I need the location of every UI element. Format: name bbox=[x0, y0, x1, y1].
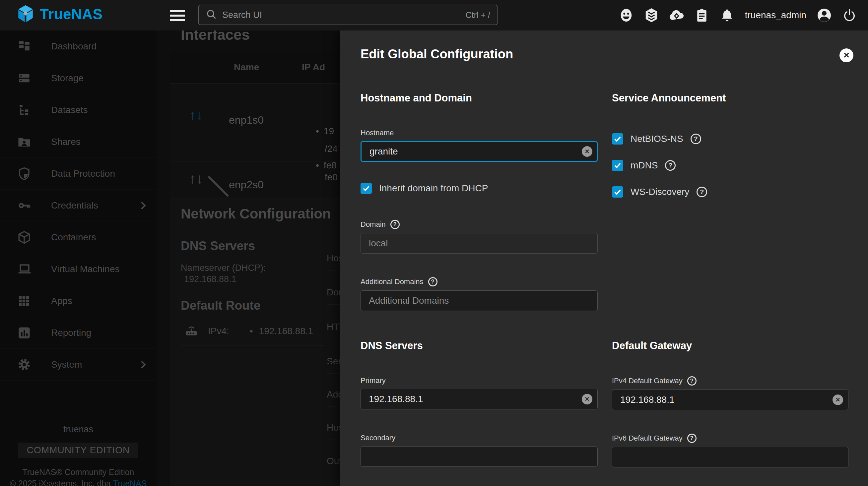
checkbox-checked-icon bbox=[612, 133, 623, 144]
primary-dns-field: Primary bbox=[361, 376, 598, 410]
clear-hostname-icon[interactable] bbox=[582, 146, 592, 157]
ipv4-gateway-field: IPv4 Default Gateway bbox=[612, 376, 848, 410]
feedback-icon[interactable] bbox=[618, 7, 635, 24]
section-default-gateway-title: Default Gateway bbox=[612, 340, 692, 352]
checkbox-checked-icon bbox=[361, 183, 372, 194]
section-hostname-domain-title: Hostname and Domain bbox=[361, 92, 472, 104]
truenas-app: TrueNAS Ctrl + / bbox=[0, 0, 868, 486]
close-icon[interactable] bbox=[839, 48, 854, 62]
search-icon bbox=[206, 9, 217, 21]
ipv6-gateway-field: IPv6 Default Gateway bbox=[612, 433, 848, 467]
primary-dns-input[interactable] bbox=[361, 389, 598, 410]
ipv6-gateway-label: IPv6 Default Gateway bbox=[612, 434, 683, 443]
netbios-checkbox[interactable]: NetBIOS-NS bbox=[612, 133, 701, 144]
help-icon[interactable] bbox=[690, 134, 701, 144]
additional-domains-input[interactable] bbox=[361, 290, 598, 311]
help-icon[interactable] bbox=[696, 187, 707, 197]
checkbox-checked-icon bbox=[612, 160, 623, 171]
help-icon[interactable] bbox=[687, 433, 696, 443]
account-icon[interactable] bbox=[815, 7, 833, 24]
inherit-domain-label: Inherit domain from DHCP bbox=[379, 183, 488, 194]
hostname-field: Hostname bbox=[361, 129, 598, 162]
search-shortcut-hint: Ctrl + / bbox=[466, 10, 490, 20]
search-input[interactable] bbox=[222, 10, 466, 20]
ws-discovery-checkbox[interactable]: WS-Discovery bbox=[612, 186, 707, 198]
truenas-logo-text: TrueNAS bbox=[40, 6, 102, 23]
primary-dns-label: Primary bbox=[361, 376, 386, 385]
hostname-input[interactable] bbox=[361, 141, 598, 162]
domain-input bbox=[361, 233, 598, 254]
secondary-dns-input[interactable] bbox=[361, 446, 598, 467]
truenas-logo-icon bbox=[16, 4, 35, 25]
username-label: truenas_admin bbox=[745, 10, 806, 21]
power-icon[interactable] bbox=[841, 7, 858, 24]
search-bar[interactable]: Ctrl + / bbox=[198, 5, 497, 25]
checkbox-checked-icon bbox=[612, 186, 623, 198]
panel-header: Edit Global Configuration bbox=[340, 31, 868, 80]
clear-ipv4-gateway-icon[interactable] bbox=[833, 394, 843, 405]
help-icon[interactable] bbox=[428, 277, 437, 286]
alerts-bell-icon[interactable] bbox=[718, 7, 736, 24]
ipv4-gateway-label: IPv4 Default Gateway bbox=[612, 377, 683, 385]
additional-domains-label: Additional Domains bbox=[361, 278, 424, 286]
domain-field: Domain bbox=[361, 220, 598, 254]
clear-primary-dns-icon[interactable] bbox=[582, 394, 592, 404]
domain-label: Domain bbox=[361, 220, 386, 229]
inherit-domain-checkbox[interactable]: Inherit domain from DHCP bbox=[361, 183, 488, 194]
help-icon[interactable] bbox=[687, 376, 696, 386]
jobs-clipboard-icon[interactable] bbox=[693, 7, 710, 24]
hostname-label: Hostname bbox=[361, 129, 394, 137]
topbar: TrueNAS Ctrl + / bbox=[0, 0, 868, 31]
cloud-connect-icon[interactable] bbox=[668, 7, 685, 24]
panel-title: Edit Global Configuration bbox=[361, 47, 513, 61]
mdns-checkbox[interactable]: mDNS bbox=[612, 160, 676, 171]
help-icon[interactable] bbox=[665, 160, 676, 171]
edit-global-configuration-panel: Edit Global Configuration Hostname and D… bbox=[340, 31, 868, 486]
section-dns-servers-title: DNS Servers bbox=[361, 340, 423, 352]
ipv6-gateway-input[interactable] bbox=[612, 447, 848, 467]
topbar-actions: truenas_admin bbox=[618, 0, 858, 31]
mdns-label: mDNS bbox=[630, 160, 658, 171]
secondary-dns-label: Secondary bbox=[361, 433, 395, 442]
netbios-label: NetBIOS-NS bbox=[630, 134, 683, 144]
help-icon[interactable] bbox=[391, 220, 400, 229]
truenas-logo[interactable]: TrueNAS bbox=[16, 4, 102, 25]
secondary-dns-field: Secondary bbox=[361, 433, 598, 467]
additional-domains-field: Additional Domains bbox=[361, 277, 598, 311]
section-service-announcement-title: Service Announcement bbox=[612, 92, 726, 104]
ws-discovery-label: WS-Discovery bbox=[630, 187, 689, 197]
ipv4-gateway-input[interactable] bbox=[612, 390, 848, 410]
truenas-cube-icon[interactable] bbox=[643, 7, 660, 24]
menu-toggle-button[interactable] bbox=[170, 8, 185, 23]
